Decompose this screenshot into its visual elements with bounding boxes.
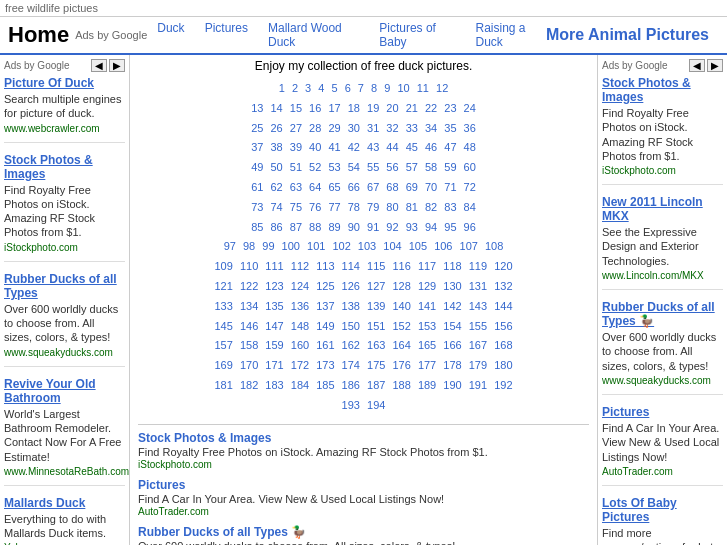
page-number-63[interactable]: 63: [290, 181, 302, 193]
page-number-30[interactable]: 30: [348, 122, 360, 134]
left-ad-title-4[interactable]: Mallards Duck: [4, 496, 125, 510]
page-number-178[interactable]: 178: [443, 359, 461, 371]
center-ad-title-0[interactable]: Stock Photos & Images: [138, 431, 589, 445]
page-number-28[interactable]: 28: [309, 122, 321, 134]
header-nav-item-0[interactable]: Duck: [157, 21, 184, 49]
page-number-146[interactable]: 146: [240, 320, 258, 332]
left-ad-title-2[interactable]: Rubber Ducks of all Types: [4, 272, 125, 300]
page-number-126[interactable]: 126: [342, 280, 360, 292]
page-number-58[interactable]: 58: [425, 161, 437, 173]
page-number-44[interactable]: 44: [386, 141, 398, 153]
page-number-166[interactable]: 166: [443, 339, 461, 351]
page-number-161[interactable]: 161: [316, 339, 334, 351]
page-number-3[interactable]: 3: [305, 82, 311, 94]
page-number-112[interactable]: 112: [291, 260, 309, 272]
left-ad-title-3[interactable]: Revive Your Old Bathroom: [4, 377, 125, 405]
page-number-88[interactable]: 88: [309, 221, 321, 233]
page-number-24[interactable]: 24: [464, 102, 476, 114]
page-number-121[interactable]: 121: [215, 280, 233, 292]
page-number-134[interactable]: 134: [240, 300, 258, 312]
page-number-163[interactable]: 163: [367, 339, 385, 351]
page-number-73[interactable]: 73: [251, 201, 263, 213]
page-number-128[interactable]: 128: [392, 280, 410, 292]
header-nav-item-3[interactable]: Pictures of Baby: [379, 21, 455, 49]
page-number-26[interactable]: 26: [270, 122, 282, 134]
page-number-169[interactable]: 169: [215, 359, 233, 371]
page-number-136[interactable]: 136: [291, 300, 309, 312]
page-number-147[interactable]: 147: [265, 320, 283, 332]
page-number-52[interactable]: 52: [309, 161, 321, 173]
page-number-43[interactable]: 43: [367, 141, 379, 153]
page-number-130[interactable]: 130: [443, 280, 461, 292]
right-ad-title-4[interactable]: Lots Of Baby Pictures: [602, 496, 723, 524]
page-number-188[interactable]: 188: [392, 379, 410, 391]
page-number-145[interactable]: 145: [215, 320, 233, 332]
page-number-1[interactable]: 1: [279, 82, 285, 94]
page-number-66[interactable]: 66: [348, 181, 360, 193]
page-number-177[interactable]: 177: [418, 359, 436, 371]
page-number-78[interactable]: 78: [348, 201, 360, 213]
page-number-10[interactable]: 10: [397, 82, 409, 94]
page-number-117[interactable]: 117: [418, 260, 436, 272]
page-number-171[interactable]: 171: [265, 359, 283, 371]
page-number-35[interactable]: 35: [444, 122, 456, 134]
page-number-92[interactable]: 92: [386, 221, 398, 233]
page-number-13[interactable]: 13: [251, 102, 263, 114]
page-number-95[interactable]: 95: [444, 221, 456, 233]
page-number-39[interactable]: 39: [290, 141, 302, 153]
page-number-125[interactable]: 125: [316, 280, 334, 292]
page-number-41[interactable]: 41: [328, 141, 340, 153]
page-number-19[interactable]: 19: [367, 102, 379, 114]
page-number-154[interactable]: 154: [443, 320, 461, 332]
page-number-17[interactable]: 17: [328, 102, 340, 114]
page-number-74[interactable]: 74: [270, 201, 282, 213]
page-number-94[interactable]: 94: [425, 221, 437, 233]
page-number-76[interactable]: 76: [309, 201, 321, 213]
page-number-37[interactable]: 37: [251, 141, 263, 153]
header-nav-item-1[interactable]: Pictures: [205, 21, 248, 49]
page-number-54[interactable]: 54: [348, 161, 360, 173]
page-number-82[interactable]: 82: [425, 201, 437, 213]
page-number-123[interactable]: 123: [265, 280, 283, 292]
page-number-33[interactable]: 33: [406, 122, 418, 134]
page-number-104[interactable]: 104: [383, 240, 401, 252]
page-number-157[interactable]: 157: [215, 339, 233, 351]
page-number-84[interactable]: 84: [464, 201, 476, 213]
page-number-85[interactable]: 85: [251, 221, 263, 233]
page-number-155[interactable]: 155: [469, 320, 487, 332]
page-number-179[interactable]: 179: [469, 359, 487, 371]
page-number-139[interactable]: 139: [367, 300, 385, 312]
page-number-107[interactable]: 107: [460, 240, 478, 252]
page-number-148[interactable]: 148: [291, 320, 309, 332]
page-number-67[interactable]: 67: [367, 181, 379, 193]
more-animal-pictures[interactable]: More Animal Pictures: [546, 25, 719, 44]
page-number-190[interactable]: 190: [443, 379, 461, 391]
page-number-93[interactable]: 93: [406, 221, 418, 233]
page-number-159[interactable]: 159: [265, 339, 283, 351]
page-number-105[interactable]: 105: [409, 240, 427, 252]
right-ad-next[interactable]: ▶: [707, 59, 723, 72]
page-number-60[interactable]: 60: [464, 161, 476, 173]
page-number-83[interactable]: 83: [444, 201, 456, 213]
page-number-115[interactable]: 115: [367, 260, 385, 272]
center-ad-title-1[interactable]: Pictures: [138, 478, 589, 492]
page-number-14[interactable]: 14: [270, 102, 282, 114]
page-number-15[interactable]: 15: [290, 102, 302, 114]
page-number-184[interactable]: 184: [291, 379, 309, 391]
page-number-79[interactable]: 79: [367, 201, 379, 213]
page-number-180[interactable]: 180: [494, 359, 512, 371]
page-number-91[interactable]: 91: [367, 221, 379, 233]
page-number-186[interactable]: 186: [342, 379, 360, 391]
page-number-55[interactable]: 55: [367, 161, 379, 173]
page-number-170[interactable]: 170: [240, 359, 258, 371]
page-number-65[interactable]: 65: [328, 181, 340, 193]
page-number-168[interactable]: 168: [494, 339, 512, 351]
page-number-122[interactable]: 122: [240, 280, 258, 292]
page-number-80[interactable]: 80: [386, 201, 398, 213]
page-number-114[interactable]: 114: [342, 260, 360, 272]
page-number-21[interactable]: 21: [406, 102, 418, 114]
page-number-22[interactable]: 22: [425, 102, 437, 114]
page-number-29[interactable]: 29: [328, 122, 340, 134]
page-number-9[interactable]: 9: [384, 82, 390, 94]
page-number-86[interactable]: 86: [270, 221, 282, 233]
